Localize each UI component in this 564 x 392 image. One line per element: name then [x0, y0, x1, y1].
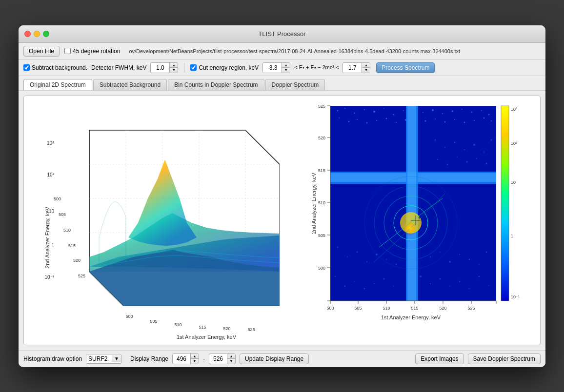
y-label-525: 525	[318, 104, 325, 109]
range-max-value[interactable]	[209, 354, 227, 363]
svg-point-81	[473, 144, 475, 146]
cut-energy-min-value[interactable]	[263, 63, 282, 72]
range-min-down[interactable]: ▼	[191, 359, 199, 364]
x-label-520: 520	[440, 306, 447, 311]
window-title: TLIST Processor	[258, 30, 305, 38]
svg-point-77	[435, 139, 436, 140]
histogram-select-wrapper: ▼	[86, 354, 121, 364]
save-doppler-spectrum-button[interactable]: Save Doppler Spectrum	[468, 353, 541, 364]
histogram-dropdown-button[interactable]: ▼	[112, 355, 121, 362]
svg-point-23	[432, 109, 434, 111]
range-max-up[interactable]: ▲	[227, 354, 235, 359]
svg-point-55	[430, 256, 431, 257]
cb-label-1em1: 10⁻¹	[511, 294, 520, 299]
cb-label-10: 10	[511, 180, 516, 185]
chart-2d-svg: + 10⁴ 10² 10 1 10⁻¹	[311, 101, 521, 340]
maximize-button[interactable]	[43, 31, 49, 37]
range-min-spinners: ▲ ▼	[190, 354, 199, 364]
svg-point-26	[462, 109, 463, 110]
svg-point-58	[459, 254, 460, 255]
svg-point-59	[469, 258, 470, 260]
svg-point-17	[373, 111, 375, 113]
svg-point-65	[364, 288, 365, 289]
minimize-button[interactable]	[34, 31, 40, 37]
svg-point-40	[435, 118, 436, 119]
svg-point-74	[469, 288, 470, 289]
subtract-bg-checkbox[interactable]	[23, 64, 30, 71]
cut-energy-checkbox[interactable]	[190, 64, 197, 71]
range-min-up[interactable]: ▲	[191, 354, 199, 359]
svg-point-62	[335, 276, 336, 277]
x-tick-525: 525	[248, 327, 255, 332]
svg-point-48	[347, 256, 348, 257]
detector-fwhm-down[interactable]: ▼	[170, 68, 178, 73]
x-tick-510: 510	[175, 322, 182, 327]
tab-original-2d-spectrum[interactable]: Original 2D Spectrum	[23, 79, 92, 90]
svg-point-75	[479, 275, 480, 277]
cb-label-1e2: 10²	[511, 141, 517, 146]
y-axis-label: 2nd Analyzer Energy, keV	[44, 206, 50, 268]
cut-energy-max-value[interactable]	[343, 63, 362, 72]
svg-point-56	[440, 252, 441, 253]
update-display-range-button[interactable]: Update Display Range	[240, 353, 309, 364]
range-min-input: ▲ ▼	[172, 353, 199, 364]
detector-fwhm-value[interactable]	[151, 63, 169, 72]
svg-point-72	[449, 286, 450, 287]
close-button[interactable]	[24, 31, 31, 37]
svg-point-31	[348, 120, 350, 122]
svg-point-82	[483, 152, 484, 153]
svg-point-52	[386, 259, 387, 260]
svg-point-89	[486, 162, 487, 164]
svg-point-53	[396, 263, 397, 265]
svg-point-63	[344, 285, 346, 287]
cut-energy-max-up[interactable]: ▲	[362, 63, 370, 68]
rotation-checkbox-row: 45 degree rotation	[64, 48, 120, 55]
svg-point-28	[481, 110, 482, 111]
svg-point-49	[357, 251, 358, 253]
open-file-button[interactable]: Open File	[23, 46, 60, 57]
process-spectrum-button[interactable]: Process Spectrum	[376, 62, 435, 73]
y-tick-520: 520	[73, 258, 81, 263]
svg-point-42	[454, 119, 455, 120]
svg-point-69	[420, 275, 422, 277]
y-axis-label-5: 10⁻¹	[45, 274, 55, 280]
tab-doppler-spectrum[interactable]: Doppler Spectrum	[265, 79, 325, 90]
tab-bin-counts[interactable]: Bin Counts in Doppler Spectrum	[168, 79, 264, 90]
svg-point-68	[393, 286, 394, 287]
svg-point-84	[437, 159, 438, 160]
tab-subtracted-background[interactable]: Subtracted Background	[93, 79, 167, 90]
svg-point-71	[440, 278, 441, 279]
svg-point-25	[452, 110, 453, 112]
cut-energy-min-up[interactable]: ▲	[282, 63, 290, 68]
svg-point-16	[364, 109, 365, 110]
bottom-bar: Histogram draw option ▼ Display Range ▲ …	[19, 350, 545, 367]
export-images-button[interactable]: Export Images	[415, 353, 463, 364]
svg-point-47	[337, 246, 339, 248]
cut-energy-max-spinners: ▲ ▼	[362, 63, 370, 73]
svg-point-85	[447, 163, 448, 165]
cut-energy-max-input: ▲ ▼	[342, 62, 370, 73]
range-max-down[interactable]: ▼	[227, 359, 235, 364]
svg-point-44	[474, 120, 475, 121]
range-min-value[interactable]	[173, 354, 190, 363]
titlebar: TLIST Processor	[19, 25, 545, 43]
histogram-value-input[interactable]	[86, 354, 112, 363]
filepath: ov/Development/NetBeansProjects/tlist-pr…	[129, 48, 460, 54]
detector-fwhm-up[interactable]: ▲	[170, 63, 178, 68]
cut-energy-min-down[interactable]: ▼	[282, 68, 290, 73]
range-max-input: ▲ ▼	[209, 353, 236, 364]
rotation-checkbox[interactable]	[64, 48, 71, 54]
svg-point-70	[430, 283, 431, 284]
svg-point-27	[471, 111, 473, 113]
cut-energy-formula: < E₁ + E₂ − 2mc² <	[294, 64, 339, 71]
cut-energy-min-input: ▲ ▼	[262, 62, 290, 73]
y-axis-label-4: 1	[52, 243, 55, 248]
rotation-label: 45 degree rotation	[73, 48, 120, 55]
x-axis-label: 1st Analyzer Energy, keV	[177, 334, 237, 340]
cut-energy-max-down[interactable]: ▼	[362, 68, 370, 73]
svg-point-61	[486, 251, 487, 253]
subtract-bg-row: Subtract background.	[23, 64, 87, 71]
detector-fwhm-spinners: ▲ ▼	[169, 63, 178, 73]
svg-point-83	[491, 139, 492, 140]
x-label-505: 505	[355, 306, 362, 311]
